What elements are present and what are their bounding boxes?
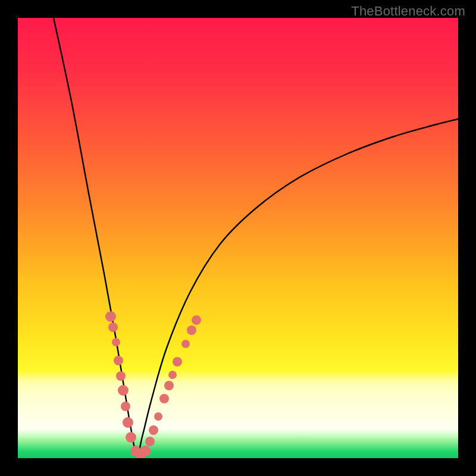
marker-dot [164, 381, 174, 390]
marker-dot [118, 385, 129, 396]
marker-dot [173, 357, 182, 367]
marker-dot [168, 371, 177, 379]
plot-area [18, 18, 458, 458]
marker-dot [121, 402, 130, 411]
bottleneck-curve [54, 18, 458, 455]
marker-dot [123, 417, 133, 428]
marker-dot [112, 338, 120, 346]
watermark-text: TheBottleneck.com [351, 4, 465, 19]
marker-dot [154, 412, 162, 421]
marker-dot [192, 315, 201, 325]
marker-dot [114, 356, 123, 365]
marker-dot [108, 322, 118, 332]
marker-dot [159, 394, 169, 403]
chart-svg [18, 18, 458, 458]
marker-dot [187, 325, 196, 335]
highlighted-points [105, 311, 201, 458]
marker-dot [105, 311, 116, 322]
marker-dot [126, 432, 136, 443]
marker-dot [140, 446, 151, 456]
marker-dot [181, 340, 190, 348]
marker-dot [149, 425, 158, 435]
marker-dot [145, 437, 155, 446]
marker-dot [116, 371, 126, 381]
